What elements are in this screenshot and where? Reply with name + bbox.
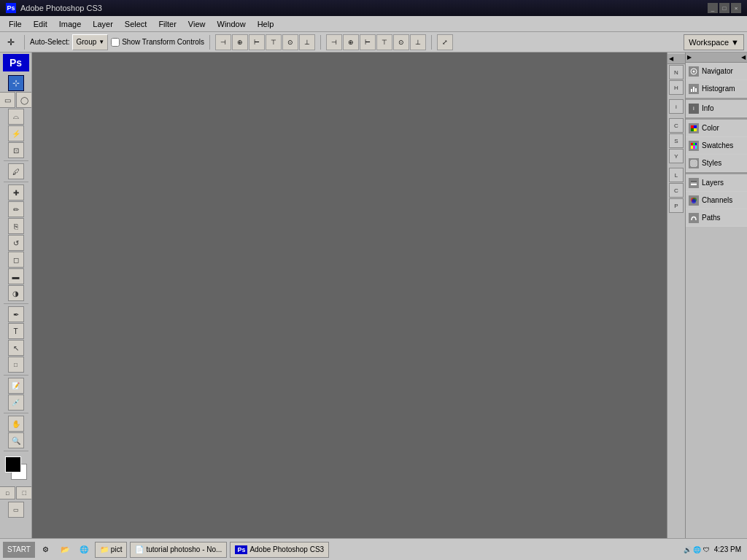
- menu-layer[interactable]: Layer: [87, 18, 119, 30]
- mode-icons: □ ⬚: [0, 486, 32, 499]
- ellipse-marquee-button[interactable]: ◯: [16, 92, 32, 108]
- hand-button[interactable]: ✋: [8, 416, 24, 432]
- rect-marquee-button[interactable]: ▭: [0, 92, 15, 108]
- foreground-color-swatch[interactable]: [5, 456, 21, 472]
- align-top-icon[interactable]: ⊤: [266, 34, 282, 50]
- svg-rect-14: [695, 146, 697, 149]
- channels-panel-entry[interactable]: Channels: [686, 192, 747, 209]
- align-center-h-icon[interactable]: ⊕: [232, 34, 248, 50]
- channels-icon-panel[interactable]: C: [669, 183, 684, 198]
- align-center-v-icon[interactable]: ⊙: [282, 34, 298, 50]
- menu-window[interactable]: Window: [212, 18, 252, 30]
- path-selection-button[interactable]: ↖: [8, 340, 24, 356]
- dodge-button[interactable]: ◑: [8, 285, 24, 301]
- svg-rect-10: [693, 143, 695, 145]
- align-right-icon[interactable]: ⊢: [249, 34, 265, 50]
- align-left-icon[interactable]: ⊣: [215, 34, 231, 50]
- main-layout: Ps ⊹ ▭ ◯ ⌓ ⚡ ⊡ 🖊 ✚ ✏ ⎘ ↺ ◻ ▬ ◑ ✒: [0, 52, 747, 538]
- dist-right-icon[interactable]: ⊢: [360, 34, 376, 50]
- eyedropper2-button[interactable]: 💉: [8, 394, 24, 411]
- styles-icon-panel[interactable]: Y: [669, 149, 684, 163]
- color-selector[interactable]: [4, 456, 28, 481]
- toolbar-sep4: [4, 375, 28, 376]
- menu-image[interactable]: Image: [53, 18, 88, 30]
- show-transform-label: Show Transform Controls: [122, 38, 204, 46]
- align-bottom-icon[interactable]: ⊥: [299, 34, 315, 50]
- eyedropper-button[interactable]: 🖊: [8, 163, 24, 179]
- pen-button[interactable]: ✒: [8, 306, 24, 322]
- histogram-icon-panel[interactable]: H: [669, 80, 684, 95]
- history-brush-button[interactable]: ↺: [8, 235, 24, 251]
- menu-help[interactable]: Help: [252, 18, 280, 30]
- paths-icon-panel[interactable]: P: [669, 198, 684, 213]
- tutorial-icon: 📄: [135, 545, 144, 553]
- taskbar-item-pict[interactable]: 📁 pict: [95, 542, 128, 558]
- menu-filter[interactable]: Filter: [152, 18, 182, 30]
- crop-tool-button[interactable]: ⊡: [8, 142, 24, 158]
- swatches-icon-panel[interactable]: S: [669, 133, 684, 148]
- dist-left-icon[interactable]: ⊣: [326, 34, 342, 50]
- right-panel-expand-icon[interactable]: ▶: [687, 54, 692, 61]
- histogram-panel-icon: [689, 84, 699, 94]
- taskbar-icon2: 📂: [57, 542, 73, 558]
- dist-cv-icon[interactable]: ⊙: [393, 34, 409, 50]
- eraser-button[interactable]: ◻: [8, 252, 24, 268]
- close-button[interactable]: ×: [731, 3, 741, 13]
- notes-button[interactable]: 📝: [8, 378, 24, 394]
- color-icon-panel[interactable]: C: [669, 118, 684, 133]
- healing-brush-button[interactable]: ✚: [8, 184, 24, 201]
- maximize-button[interactable]: □: [719, 3, 729, 13]
- info-icon-panel[interactable]: i: [669, 99, 684, 114]
- quickmask-mode-button[interactable]: ⬚: [16, 486, 32, 499]
- right-panel-collapse-icon[interactable]: ◀: [741, 54, 746, 61]
- minimize-button[interactable]: _: [708, 3, 718, 13]
- group-dropdown[interactable]: Group ▼: [72, 34, 108, 50]
- swatches-panel-entry[interactable]: Swatches: [686, 137, 747, 155]
- quick-select-button[interactable]: ⚡: [8, 125, 24, 141]
- zoom-button[interactable]: 🔍: [8, 432, 24, 448]
- workspace-button[interactable]: Workspace ▼: [684, 34, 744, 50]
- separator2: [209, 35, 210, 50]
- start-button[interactable]: START: [3, 542, 35, 558]
- svg-rect-6: [694, 125, 697, 128]
- taskbar-icon1: ⚙: [38, 542, 54, 558]
- dist-top-icon[interactable]: ⊤: [376, 34, 392, 50]
- left-panel-collapse-icon[interactable]: ◀: [669, 55, 673, 62]
- auto-select-label: Auto-Select:: [30, 38, 69, 46]
- standard-mode-button[interactable]: □: [0, 486, 15, 499]
- info-panel-icon: i: [689, 104, 699, 114]
- styles-panel-entry[interactable]: Styles: [686, 155, 747, 172]
- lasso-tool-button[interactable]: ⌓: [8, 109, 24, 125]
- screen-mode-button[interactable]: ▭: [8, 502, 24, 518]
- auto-align-icon[interactable]: ⤢: [437, 34, 453, 50]
- move-tool-button[interactable]: ⊹: [8, 75, 24, 91]
- transform-controls-checkbox[interactable]: Show Transform Controls: [111, 38, 204, 47]
- navigator-panel-entry[interactable]: Navigator: [686, 63, 747, 80]
- info-panel-entry[interactable]: i Info: [686, 100, 747, 117]
- layers-panel-entry[interactable]: Layers: [686, 174, 747, 192]
- taskbar-item-tutorial[interactable]: 📄 tutorial photosho - No...: [130, 542, 227, 558]
- navigator-panel-icon: [689, 66, 699, 77]
- sys-tray-icons: 🔊 🌐 🛡: [684, 546, 710, 553]
- svg-rect-13: [693, 146, 695, 149]
- histogram-panel-entry[interactable]: Histogram: [686, 80, 747, 98]
- taskbar-item-ps[interactable]: Ps Adobe Photoshop CS3: [230, 542, 329, 558]
- menu-edit[interactable]: Edit: [28, 18, 53, 30]
- menu-file[interactable]: File: [3, 18, 28, 30]
- clock: 4:23 PM: [711, 545, 744, 553]
- paths-panel-entry[interactable]: Paths: [686, 209, 747, 227]
- color-panel-entry[interactable]: Color: [686, 120, 747, 137]
- transform-checkbox-input[interactable]: [111, 38, 120, 47]
- gradient-button[interactable]: ▬: [8, 268, 24, 284]
- dist-bottom-icon[interactable]: ⊥: [410, 34, 426, 50]
- menu-view[interactable]: View: [182, 18, 212, 30]
- menu-select[interactable]: Select: [119, 18, 153, 30]
- shape-button[interactable]: □: [8, 357, 24, 373]
- text-button[interactable]: T: [8, 323, 24, 339]
- layers-icon-panel[interactable]: L: [669, 168, 684, 182]
- svg-rect-19: [691, 181, 697, 182]
- navigator-icon-panel[interactable]: N: [669, 65, 684, 79]
- clone-stamp-button[interactable]: ⎘: [8, 218, 24, 234]
- brush-button[interactable]: ✏: [8, 201, 24, 217]
- dist-ch-icon[interactable]: ⊕: [343, 34, 359, 50]
